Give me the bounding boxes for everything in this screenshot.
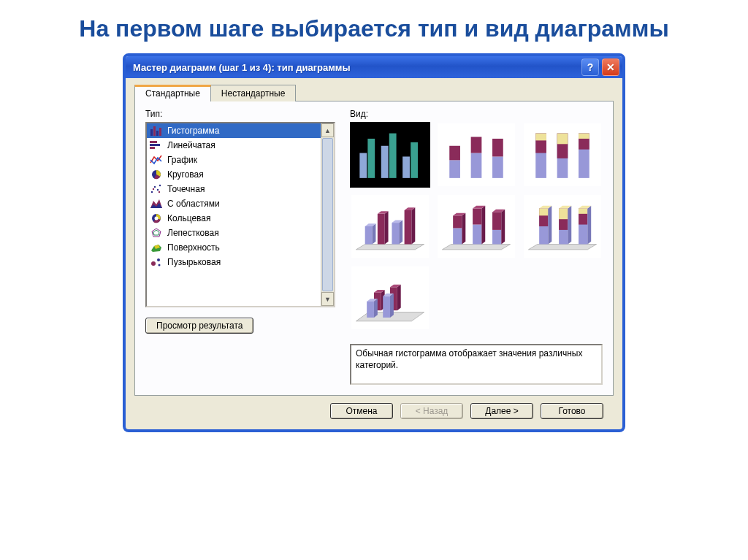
svg-marker-99	[390, 294, 394, 318]
chart-type-item-area[interactable]: С областями	[147, 196, 321, 211]
svg-marker-47	[365, 226, 373, 245]
view-label: Вид:	[350, 109, 603, 119]
chart-type-item-histogram[interactable]: Гистограмма	[147, 123, 321, 138]
svg-rect-5	[150, 144, 160, 146]
titlebar[interactable]: Мастер диаграмм (шаг 1 из 4): тип диагра…	[126, 56, 622, 78]
svg-marker-51	[385, 212, 389, 245]
close-button[interactable]: ✕	[602, 58, 619, 76]
chart-type-label: Пузырьковая	[167, 257, 221, 267]
svg-point-24	[159, 264, 161, 266]
subtype-3d-column[interactable]	[350, 265, 430, 331]
window-title: Мастер диаграмм (шаг 1 из 4): тип диагра…	[133, 62, 581, 73]
svg-point-12	[153, 188, 154, 190]
chart-type-item-radar[interactable]: Лепестковая	[147, 226, 321, 240]
chart-subtype-grid	[350, 122, 603, 331]
svg-rect-1	[153, 126, 156, 136]
svg-rect-30	[411, 142, 418, 178]
help-icon: ?	[587, 61, 594, 73]
chart-wizard-dialog: Мастер диаграмм (шаг 1 из 4): тип диагра…	[123, 53, 625, 432]
chart-type-item-doughnut[interactable]: Кольцевая	[147, 211, 321, 226]
svg-marker-65	[473, 209, 481, 225]
scroll-up-icon[interactable]: ▲	[321, 123, 334, 137]
subtype-empty	[522, 265, 603, 328]
svg-marker-80	[559, 209, 568, 220]
page-heading: На первом шаге выбирается тип и вид диаг…	[0, 0, 748, 50]
svg-rect-39	[535, 134, 546, 141]
chart-type-item-line[interactable]: График	[147, 153, 321, 167]
subtype-3d-stacked-column[interactable]	[436, 193, 516, 259]
svg-rect-2	[156, 131, 159, 136]
preview-button[interactable]: Просмотр результата	[145, 318, 253, 334]
chart-type-label: Линейчатая	[167, 140, 215, 150]
svg-marker-68	[492, 230, 501, 245]
scroll-thumb[interactable]	[322, 138, 333, 291]
chart-type-label: С областями	[167, 199, 220, 209]
svg-rect-27	[381, 146, 389, 178]
svg-rect-4	[150, 141, 157, 143]
svg-point-13	[159, 191, 160, 193]
chart-type-label: Гистограмма	[167, 126, 219, 136]
scatter-icon	[150, 183, 163, 195]
subtype-description: Обычная гистограмма отображает значения …	[350, 344, 603, 385]
next-button[interactable]: Далее >	[470, 403, 533, 419]
doughnut-icon	[150, 212, 163, 224]
svg-point-8	[151, 191, 153, 193]
svg-rect-28	[389, 134, 397, 178]
chart-type-label: Круговая	[167, 169, 204, 180]
svg-rect-25	[359, 153, 367, 178]
list-scrollbar[interactable]: ▲ ▼	[321, 123, 334, 306]
svg-marker-85	[579, 209, 587, 214]
subtype-3d-100-stacked-column[interactable]	[522, 193, 603, 259]
area-icon	[150, 198, 163, 210]
scroll-down-icon[interactable]: ▼	[321, 292, 334, 306]
svg-marker-98	[383, 296, 390, 318]
svg-marker-69	[492, 212, 501, 231]
svg-marker-95	[367, 302, 374, 318]
svg-marker-72	[528, 245, 596, 250]
bubble-icon	[150, 256, 163, 268]
chart-type-item-surface[interactable]: Поверхность	[147, 240, 321, 255]
subtype-100-stacked-column[interactable]	[522, 122, 603, 188]
subtype-clustered-column[interactable]	[350, 122, 430, 188]
svg-marker-62	[462, 213, 465, 245]
svg-marker-75	[539, 209, 548, 216]
chart-type-label: Лепестковая	[167, 228, 219, 238]
svg-marker-76	[548, 206, 552, 245]
wizard-buttons: Отмена < Назад Далее > Готово	[134, 396, 614, 421]
finish-button[interactable]: Готово	[541, 403, 603, 419]
cancel-button[interactable]: Отмена	[330, 403, 393, 419]
chart-type-label: Точечная	[167, 184, 205, 194]
svg-rect-3	[159, 128, 161, 136]
subtype-empty	[436, 265, 516, 328]
chart-type-list[interactable]: Гистограмма Линейчатая	[145, 122, 335, 307]
svg-rect-31	[449, 161, 460, 179]
svg-rect-6	[150, 147, 155, 149]
svg-rect-36	[492, 139, 503, 157]
tabs: Стандартные Нестандартные	[134, 84, 614, 101]
subtype-3d-clustered-column[interactable]	[350, 193, 430, 259]
svg-point-10	[157, 189, 159, 191]
chart-type-label: Кольцевая	[167, 213, 210, 223]
svg-marker-61	[453, 216, 462, 229]
svg-rect-26	[367, 139, 375, 178]
chart-type-item-bar[interactable]: Линейчатая	[147, 138, 321, 153]
chart-type-item-bubble[interactable]: Пузырьковая	[147, 255, 321, 269]
svg-marker-57	[411, 208, 415, 245]
svg-point-9	[154, 186, 156, 188]
tab-standard[interactable]: Стандартные	[134, 85, 211, 101]
tab-panel: Тип: Гистограмма	[134, 101, 614, 396]
type-label: Тип:	[145, 109, 335, 119]
chart-type-item-pie[interactable]: Круговая	[147, 167, 321, 182]
svg-rect-33	[471, 153, 482, 178]
line-icon	[150, 154, 163, 166]
help-button[interactable]: ?	[581, 58, 599, 76]
svg-marker-70	[501, 210, 505, 245]
radar-icon	[150, 227, 163, 239]
tab-nonstandard[interactable]: Нестандартные	[210, 85, 297, 101]
svg-marker-96	[374, 299, 378, 318]
close-icon: ✕	[606, 61, 615, 73]
subtype-stacked-column[interactable]	[436, 122, 516, 188]
surface-icon	[150, 242, 163, 253]
svg-marker-59	[442, 245, 510, 250]
chart-type-item-scatter[interactable]: Точечная	[147, 182, 321, 196]
